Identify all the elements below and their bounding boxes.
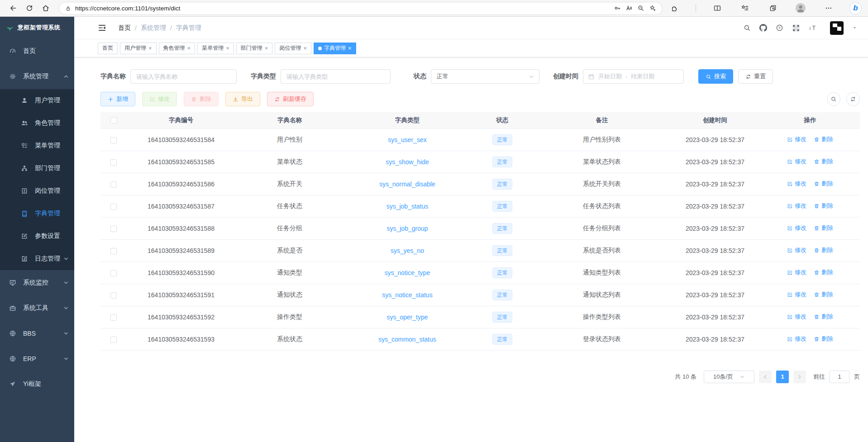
fullscreen-icon[interactable] — [792, 24, 800, 32]
dict-type-link[interactable]: sys_show_hide — [386, 158, 429, 166]
github-icon[interactable] — [759, 24, 767, 32]
sidebar-item-yi-framework[interactable]: Yi框架 — [0, 371, 74, 397]
row-delete-link[interactable]: 删除 — [814, 135, 833, 143]
profile-avatar[interactable] — [794, 1, 807, 15]
date-range-picker[interactable]: 开始日期 - 结束日期 — [583, 69, 684, 84]
row-delete-link[interactable]: 删除 — [814, 268, 833, 276]
edit-button[interactable]: 修改 — [142, 92, 177, 106]
font-size-icon[interactable] — [809, 24, 818, 33]
row-checkbox[interactable] — [110, 137, 117, 143]
zoom-out-icon[interactable] — [635, 2, 647, 14]
sidebar-item-dict-mgmt[interactable]: 字典管理 — [0, 202, 74, 225]
sidebar-item-menu-mgmt[interactable]: 菜单管理 — [0, 134, 74, 157]
caret-down-icon[interactable] — [852, 25, 857, 30]
row-checkbox[interactable] — [110, 270, 117, 276]
url-text[interactable]: https://ccnetcore.com:1101/system/dict — [75, 5, 611, 12]
row-delete-link[interactable]: 删除 — [814, 202, 833, 210]
split-screen-icon[interactable] — [711, 1, 724, 15]
row-edit-link[interactable]: 修改 — [787, 224, 806, 232]
browser-menu-icon[interactable] — [822, 1, 835, 15]
browser-reload-icon[interactable] — [23, 1, 36, 15]
browser-back-icon[interactable] — [6, 1, 20, 15]
dict-type-link[interactable]: sys_oper_type — [386, 314, 428, 321]
row-delete-link[interactable]: 删除 — [814, 246, 833, 254]
password-key-icon[interactable] — [611, 2, 623, 14]
header-search-icon[interactable] — [743, 24, 751, 32]
add-favorite-icon[interactable] — [647, 2, 658, 14]
sidebar-item-dept-mgmt[interactable]: 部门管理 — [0, 157, 74, 180]
refresh-cache-button[interactable]: 刷新缓存 — [267, 92, 314, 106]
dict-type-link[interactable]: sys_notice_status — [382, 291, 432, 299]
tab-dict-mgmt[interactable]: 字典管理× — [314, 43, 356, 54]
sidebar-item-home[interactable]: 首页 — [0, 38, 74, 64]
sidebar-item-user-mgmt[interactable]: 用户管理 — [0, 89, 74, 112]
tab-role-mgmt[interactable]: 角色管理× — [159, 43, 196, 54]
dict-type-link[interactable]: sys_common_status — [378, 336, 436, 343]
row-delete-link[interactable]: 删除 — [814, 157, 833, 166]
refresh-table-button[interactable] — [846, 92, 860, 106]
delete-button[interactable]: 删除 — [184, 92, 219, 106]
tab-home[interactable]: 首页 — [98, 43, 118, 54]
favorites-icon[interactable] — [738, 1, 752, 15]
row-edit-link[interactable]: 修改 — [787, 180, 806, 188]
row-checkbox[interactable] — [110, 248, 117, 254]
tab-menu-mgmt[interactable]: 菜单管理× — [197, 43, 234, 54]
dict-type-link[interactable]: sys_job_status — [386, 203, 429, 210]
dict-type-link[interactable]: sys_user_sex — [388, 136, 427, 143]
read-aloud-icon[interactable] — [623, 2, 635, 14]
sidebar-item-log-mgmt[interactable]: 日志管理 — [0, 247, 74, 270]
row-edit-link[interactable]: 修改 — [787, 268, 806, 276]
address-bar[interactable]: https://ccnetcore.com:1101/system/dict — [59, 2, 663, 15]
toggle-search-button[interactable] — [827, 92, 840, 106]
close-icon[interactable]: × — [148, 45, 152, 51]
tab-user-mgmt[interactable]: 用户管理× — [120, 43, 157, 54]
row-edit-link[interactable]: 修改 — [787, 135, 806, 143]
row-edit-link[interactable]: 修改 — [787, 290, 806, 299]
row-delete-link[interactable]: 删除 — [814, 335, 833, 343]
sidebar-item-param-settings[interactable]: 参数设置 — [0, 225, 74, 247]
row-checkbox[interactable] — [110, 314, 117, 321]
browser-home-icon[interactable] — [39, 1, 52, 15]
collections-icon[interactable] — [766, 1, 780, 15]
row-checkbox[interactable] — [110, 181, 117, 188]
sidebar-item-erp[interactable]: ERP — [0, 346, 74, 371]
sidebar-item-system-mgmt[interactable]: 系统管理 — [0, 64, 74, 89]
page-number-1[interactable]: 1 — [776, 371, 789, 383]
sidebar-item-post-mgmt[interactable]: 岗位管理 — [0, 180, 74, 202]
row-delete-link[interactable]: 删除 — [814, 290, 833, 299]
reset-button[interactable]: 重置 — [738, 69, 773, 84]
extensions-icon[interactable] — [668, 1, 682, 15]
dict-type-link[interactable]: sys_yes_no — [391, 247, 424, 254]
add-button[interactable]: 新增 — [100, 92, 135, 106]
row-delete-link[interactable]: 删除 — [814, 313, 833, 321]
dict-name-input[interactable] — [130, 69, 237, 84]
dict-type-link[interactable]: sys_normal_disable — [379, 181, 435, 188]
row-checkbox[interactable] — [110, 226, 117, 232]
help-icon[interactable] — [776, 24, 783, 32]
close-icon[interactable]: × — [226, 45, 229, 51]
breadcrumb-home[interactable]: 首页 — [118, 24, 131, 32]
sidebar-item-role-mgmt[interactable]: 角色管理 — [0, 112, 74, 134]
sidebar-item-system-tools[interactable]: 系统工具 — [0, 295, 74, 321]
row-edit-link[interactable]: 修改 — [787, 157, 806, 166]
tab-dept-mgmt[interactable]: 部门管理× — [236, 43, 273, 54]
row-edit-link[interactable]: 修改 — [787, 246, 806, 254]
close-icon[interactable]: × — [348, 45, 352, 51]
next-page-button[interactable] — [793, 371, 806, 383]
row-checkbox[interactable] — [110, 159, 117, 166]
row-edit-link[interactable]: 修改 — [787, 202, 806, 210]
row-edit-link[interactable]: 修改 — [787, 335, 806, 343]
row-checkbox[interactable] — [110, 337, 117, 343]
page-size-select[interactable]: 10条/页 — [704, 371, 754, 383]
row-delete-link[interactable]: 删除 — [814, 180, 833, 188]
search-button[interactable]: 搜索 — [698, 69, 733, 84]
row-edit-link[interactable]: 修改 — [787, 313, 806, 321]
close-icon[interactable]: × — [303, 45, 307, 51]
sidebar-item-system-monitor[interactable]: 系统监控 — [0, 270, 74, 295]
row-checkbox[interactable] — [110, 292, 117, 299]
prev-page-button[interactable] — [759, 371, 772, 383]
bing-chat-icon[interactable]: b — [849, 2, 862, 14]
row-checkbox[interactable] — [110, 204, 117, 210]
close-icon[interactable]: × — [187, 45, 191, 51]
dict-type-link[interactable]: sys_notice_type — [385, 269, 430, 276]
